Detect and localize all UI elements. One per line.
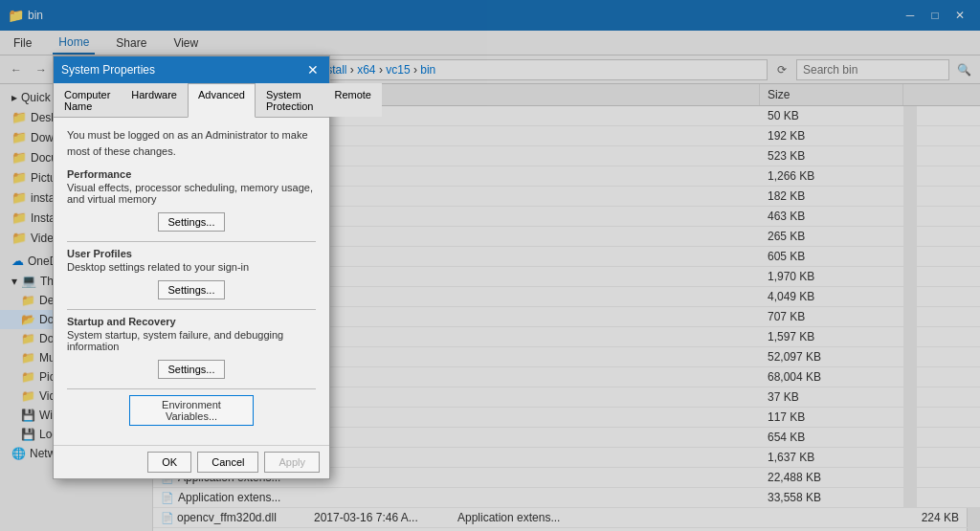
- performance-title: Performance: [67, 168, 316, 180]
- startup-title: Startup and Recovery: [67, 316, 316, 327]
- user-profiles-title: User Profiles: [67, 248, 316, 259]
- startup-settings-button[interactable]: Settings...: [158, 360, 225, 379]
- performance-settings-button[interactable]: Settings...: [158, 212, 225, 232]
- tab-hardware[interactable]: Hardware: [121, 83, 188, 117]
- tab-system-protection[interactable]: System Protection: [256, 83, 324, 117]
- dialog-info-text: You must be logged on as an Administrato…: [67, 127, 316, 159]
- dialog-close-button[interactable]: ✕: [304, 61, 322, 78]
- ok-button[interactable]: OK: [147, 452, 191, 473]
- dialog-body: You must be logged on as an Administrato…: [54, 118, 329, 445]
- dialog-footer: OK Cancel Apply: [54, 445, 329, 478]
- dialog-title-bar: System Properties ✕: [54, 56, 329, 83]
- tab-computer-name[interactable]: Computer Name: [54, 83, 121, 117]
- environment-variables-button[interactable]: Environment Variables...: [129, 395, 254, 426]
- dialog-title: System Properties: [61, 63, 155, 77]
- dialog-tabs: Computer Name Hardware Advanced System P…: [54, 83, 329, 118]
- user-profiles-text: Desktop settings related to your sign-in: [67, 261, 316, 273]
- system-properties-dialog: System Properties ✕ Computer Name Hardwa…: [53, 55, 330, 479]
- cancel-button[interactable]: Cancel: [197, 452, 258, 473]
- performance-text: Visual effects, processor scheduling, me…: [67, 182, 316, 205]
- tab-advanced[interactable]: Advanced: [188, 83, 256, 118]
- apply-button[interactable]: Apply: [264, 452, 320, 473]
- user-profiles-settings-button[interactable]: Settings...: [158, 280, 225, 299]
- dialog-overlay: System Properties ✕ Computer Name Hardwa…: [0, 0, 980, 531]
- tab-remote[interactable]: Remote: [323, 83, 382, 117]
- startup-text: System startup, system failure, and debu…: [67, 329, 316, 352]
